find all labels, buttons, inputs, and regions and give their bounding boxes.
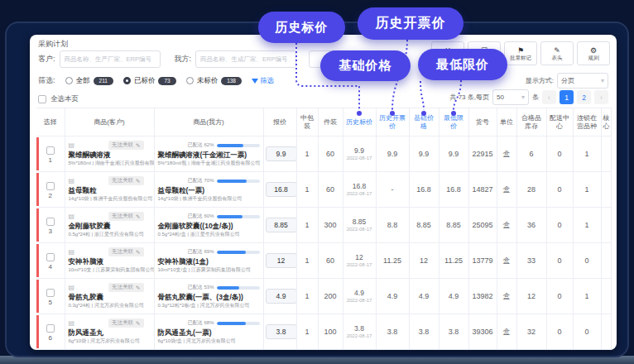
- base-price-cell: 9.9: [409, 136, 439, 172]
- customer-search-input[interactable]: [60, 50, 161, 68]
- unit-cell: 盒: [497, 172, 516, 208]
- rules-button[interactable]: ⚙ 规则: [577, 41, 610, 65]
- radio-selected-icon[interactable]: [123, 77, 131, 84]
- col-dc: 配送中心: [546, 108, 573, 136]
- hist-price-cell: 12 2022-08-17: [343, 243, 376, 279]
- radio-icon[interactable]: [65, 77, 73, 84]
- edit-pencil-icon[interactable]: ✎: [136, 249, 140, 256]
- pagination-total-text: 共 73 条,每页: [449, 93, 489, 102]
- table-row: 2 ▤ 无法关联 ✎ 益母颗粒 14g*10袋 | 株洲千金药业股份有限公司 已…: [36, 172, 611, 208]
- delivered-label: 已配送 60%: [188, 213, 214, 220]
- link-status-badge[interactable]: 无法关联 ✎: [108, 176, 143, 185]
- edit-pencil-icon[interactable]: ✎: [136, 142, 140, 149]
- select-all-row: 全选本页: [38, 94, 79, 104]
- delivered-progress-bar: [217, 286, 260, 290]
- related-doc-icon[interactable]: ▤: [69, 213, 75, 220]
- callout-base-price: 基础价格: [320, 50, 411, 81]
- related-doc-icon[interactable]: ▤: [69, 141, 75, 149]
- delivered-label: 已配送 70%: [188, 177, 214, 184]
- edit-pencil-icon[interactable]: ✎: [136, 178, 140, 184]
- select-all-label: 全选本页: [50, 94, 79, 104]
- quote-input[interactable]: 12: [266, 253, 297, 268]
- link-status-badge[interactable]: 无法关联 ✎: [108, 212, 143, 221]
- sku-cell: 39306: [468, 314, 497, 350]
- quote-input[interactable]: 3.8: [266, 324, 297, 339]
- col-min-price[interactable]: 最低限价: [439, 108, 468, 136]
- row-checkbox[interactable]: [46, 218, 55, 226]
- dc-cell: 0: [546, 314, 573, 350]
- customer-product-cell: ▤ 无法关联 ✎ 骨筋丸胶囊 0.3g*24粒 | 河北万岁药业有限公司: [65, 279, 154, 314]
- base-price-cell: 8.85: [409, 208, 439, 243]
- display-mode-label: 显示方式:: [526, 76, 554, 85]
- ours-product-name: 安神补脑液(1盒): [158, 256, 260, 266]
- customer-product-spec: 14g*10袋 | 株洲千金药业股份有限公司: [69, 195, 151, 203]
- radio-icon[interactable]: [186, 77, 194, 84]
- delivered-progress-bar: [217, 322, 260, 325]
- quote-input[interactable]: 4.9: [266, 289, 297, 304]
- quote-input[interactable]: 9.9: [266, 146, 297, 161]
- hist-price-cell: 3.8 2022-08-17: [343, 314, 376, 350]
- table-header-config-button[interactable]: ✎ 表头: [540, 41, 574, 65]
- link-status-badge[interactable]: 无法关联 ✎: [108, 141, 143, 150]
- row-checkbox[interactable]: [46, 324, 55, 333]
- min-price-cell: 4.9: [439, 279, 468, 314]
- filter-funnel-icon: [252, 79, 258, 84]
- chain-cell: 1: [573, 136, 601, 172]
- row-checkbox[interactable]: [46, 182, 55, 190]
- core-cell: [601, 279, 611, 314]
- link-status-badge[interactable]: 无法关联 ✎: [108, 247, 143, 256]
- select-all-checkbox[interactable]: [38, 95, 46, 103]
- next-page-button[interactable]: ›: [594, 90, 608, 104]
- related-doc-icon[interactable]: ▤: [69, 319, 75, 327]
- quote-cell: 16.8: [263, 172, 296, 208]
- filter-option-unpriced[interactable]: 未标价 138: [186, 76, 242, 86]
- row-checkbox[interactable]: [46, 146, 55, 155]
- hist-price-date: 2022-08-17: [345, 333, 374, 339]
- delivered-label: 已配送 53%: [188, 284, 214, 291]
- col-base-price[interactable]: 基础价格: [409, 108, 439, 136]
- display-mode-select[interactable]: 分页 ▾: [557, 73, 608, 89]
- chain-cell: 1: [573, 208, 601, 243]
- row-checkbox[interactable]: [46, 253, 55, 261]
- unit-cell: 盒: [497, 136, 516, 172]
- customer-search-label: 客户:: [38, 54, 55, 65]
- progress-fill: [217, 180, 247, 183]
- ours-product-spec: 10ml*10支/盒 | 江苏聚荣制药集团有限公司: [158, 266, 260, 274]
- page-1-button[interactable]: 1: [560, 90, 574, 104]
- filter-option-all[interactable]: 全部 211: [65, 76, 113, 86]
- col-hist-invoice[interactable]: 历史开票价: [376, 108, 409, 136]
- link-status-badge[interactable]: 无法关联 ✎: [108, 283, 143, 292]
- related-doc-icon[interactable]: ▤: [69, 284, 75, 291]
- filter-option-priced[interactable]: 已标价 73: [123, 76, 176, 86]
- related-doc-icon[interactable]: ▤: [69, 177, 75, 184]
- product-table-wrap: 选择 商品(客户) 商品(我方) 报价 中包装 件装 历史标价 历史开票价 基础…: [36, 108, 617, 350]
- batch-mark-button[interactable]: ⚑ 批量标记: [504, 41, 537, 65]
- product-table: 选择 商品(客户) 商品(我方) 报价 中包装 件装 历史标价 历史开票价 基础…: [36, 108, 612, 350]
- unit-cell: 盒: [497, 314, 516, 350]
- filter-row: 筛选: 全部 211 已标价 73 未标价 138 筛选: [38, 75, 274, 86]
- progress-fill: [217, 251, 247, 254]
- prev-page-button[interactable]: ‹: [542, 90, 556, 104]
- hist-invoice-cell: -: [376, 172, 409, 208]
- edit-pencil-icon[interactable]: ✎: [136, 285, 140, 291]
- ours-product-cell: 已配送 69% 安神补脑液(1盒) 10ml*10支/盒 | 江苏聚荣制药集团有…: [154, 243, 263, 279]
- page-2-button[interactable]: 2: [577, 90, 591, 104]
- core-cell: [601, 136, 611, 172]
- quote-input[interactable]: 16.8: [266, 182, 297, 197]
- edit-pencil-icon[interactable]: ✎: [136, 213, 140, 220]
- min-price-cell: 11.25: [439, 243, 468, 279]
- edit-pencil-icon[interactable]: ✎: [136, 320, 140, 327]
- ours-search-input[interactable]: [195, 50, 296, 68]
- hist-invoice-cell: 11.25: [376, 243, 409, 279]
- sku-cell: 13779: [468, 243, 497, 279]
- col-hist-price[interactable]: 历史标价: [343, 108, 376, 136]
- filter-link[interactable]: 筛选: [252, 76, 274, 86]
- core-cell: [601, 208, 611, 243]
- link-status-badge[interactable]: 无法关联 ✎: [108, 318, 143, 328]
- row-checkbox[interactable]: [46, 289, 55, 297]
- page-size-select[interactable]: 50 ▾: [492, 89, 529, 105]
- customer-product-spec: 10ml*10支 | 江苏聚荣制药集团有限公司: [69, 266, 151, 274]
- quote-input[interactable]: 8.85: [266, 218, 297, 232]
- pagination: 共 73 条,每页 50 ▾ 条 ‹ 1 2 ›: [449, 89, 608, 105]
- related-doc-icon[interactable]: ▤: [69, 248, 75, 256]
